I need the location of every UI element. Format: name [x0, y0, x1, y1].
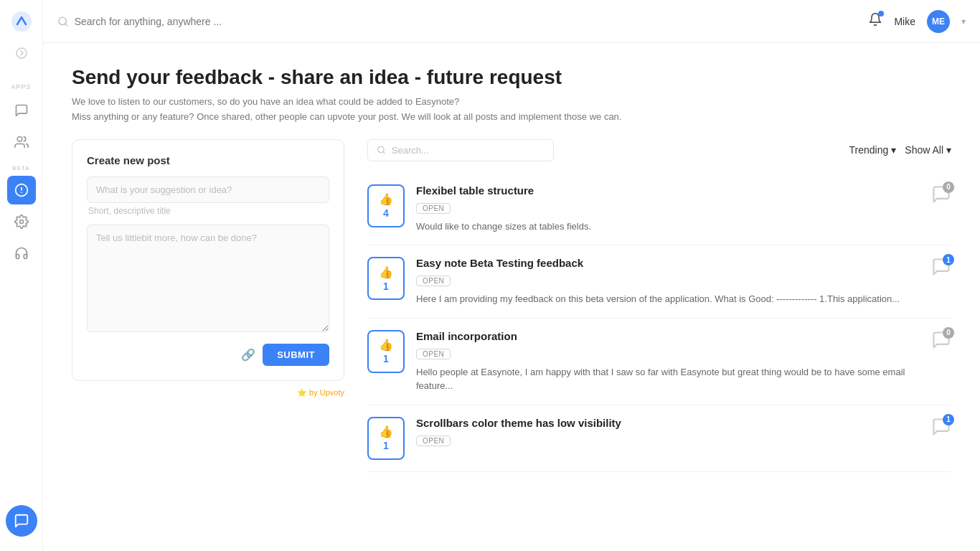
post-title: Scrollbars color theme has low visibilit… — [416, 417, 920, 429]
post-title: Flexibel table structure — [416, 184, 920, 197]
thumbs-up-icon: 👍 — [379, 265, 393, 279]
star-icon: ⭐ — [297, 388, 307, 397]
chat-support-bubble[interactable] — [6, 505, 37, 537]
create-post-panel: Create new post Short, descriptive title… — [72, 139, 344, 528]
vote-box[interactable]: 👍 4 — [367, 184, 405, 227]
svg-point-2 — [17, 137, 22, 142]
post-text: Hello people at Easynote, I am happy wit… — [416, 365, 920, 393]
page-subtitle-1: We love to listen to our customers, so d… — [72, 95, 951, 110]
vote-box[interactable]: 👍 1 — [367, 417, 405, 460]
status-badge: OPEN — [416, 435, 451, 446]
page-subtitle-2: Miss anything or any feature? Once share… — [72, 110, 951, 125]
suggestion-input[interactable] — [87, 176, 329, 203]
post-content: Scrollbars color theme has low visibilit… — [416, 417, 920, 452]
notification-badge — [878, 11, 884, 17]
post-item: 👍 4 Flexibel table structure OPEN Would … — [367, 173, 951, 246]
trending-button[interactable]: Trending ▾ — [849, 144, 897, 156]
sidebar: APPS BETA — [0, 0, 43, 551]
search-icon — [57, 16, 69, 27]
comment-count: 0 — [943, 327, 954, 339]
svg-line-8 — [65, 24, 67, 26]
notification-bell[interactable] — [868, 12, 882, 30]
comment-count: 0 — [943, 182, 954, 193]
posts-list: Trending ▾ Show All ▾ 👍 4 Flexibel table… — [367, 139, 951, 528]
beta-label: BETA — [12, 165, 29, 171]
thumbs-up-icon: 👍 — [379, 425, 393, 438]
show-all-button[interactable]: Show All ▾ — [905, 144, 951, 156]
vote-count: 1 — [383, 281, 389, 292]
sidebar-toggle[interactable] — [11, 43, 32, 63]
sidebar-icon-support[interactable] — [7, 239, 36, 268]
posts-toolbar: Trending ▾ Show All ▾ — [367, 139, 951, 161]
chevron-down-icon[interactable]: ▾ — [961, 17, 966, 27]
page-title: Send your feedback - share an idea - fut… — [72, 66, 951, 89]
main-content: Mike ME ▾ Send your feedback - share an … — [43, 0, 980, 551]
post-content: Flexibel table structure OPEN Would like… — [416, 184, 920, 234]
chevron-down-icon: ▾ — [946, 144, 951, 156]
title-hint: Short, descriptive title — [87, 206, 329, 216]
vote-count: 1 — [383, 353, 389, 364]
comment-badge[interactable]: 0 — [931, 330, 951, 350]
sidebar-icon-chat[interactable] — [7, 96, 36, 125]
toolbar-right: Trending ▾ Show All ▾ — [849, 144, 951, 156]
user-name: Mike — [894, 16, 915, 27]
logo — [9, 9, 34, 34]
posts-search-icon — [377, 145, 386, 155]
posts-container: 👍 4 Flexibel table structure OPEN Would … — [367, 173, 951, 472]
thumbs-up-icon: 👍 — [379, 338, 393, 352]
comment-badge[interactable]: 0 — [931, 184, 951, 204]
form-actions: 🔗 SUBMIT — [87, 344, 329, 366]
thumbs-up-icon: 👍 — [379, 192, 393, 206]
sidebar-icon-settings[interactable] — [7, 207, 36, 236]
topbar-right: Mike ME ▾ — [868, 10, 966, 33]
two-column-layout: Create new post Short, descriptive title… — [72, 139, 951, 528]
powered-by: ⭐ by Upvoty — [72, 388, 344, 397]
status-badge: OPEN — [416, 349, 451, 359]
attach-icon[interactable]: 🔗 — [241, 348, 255, 362]
topbar: Mike ME ▾ — [43, 0, 980, 43]
posts-search-input[interactable] — [392, 145, 545, 156]
apps-label: APPS — [11, 83, 31, 90]
post-title: Easy note Beta Testing feedback — [416, 257, 920, 269]
details-textarea[interactable] — [87, 225, 329, 332]
post-item: 👍 1 Easy note Beta Testing feedback OPEN… — [367, 245, 951, 319]
comment-count: 1 — [943, 414, 954, 425]
vote-count: 1 — [383, 440, 389, 451]
post-item: 👍 1 Email incorporation OPEN Hello peopl… — [367, 319, 951, 405]
status-badge: OPEN — [416, 276, 451, 286]
comment-badge[interactable]: 1 — [931, 257, 951, 277]
create-post-card: Create new post Short, descriptive title… — [72, 139, 344, 381]
submit-button[interactable]: SUBMIT — [263, 344, 329, 366]
post-text: Here I am providing my feedback on this … — [416, 292, 920, 306]
svg-point-6 — [19, 220, 23, 224]
post-item: 👍 1 Scrollbars color theme has low visib… — [367, 405, 951, 472]
post-text: Would like to change sizes at tables fie… — [416, 220, 920, 234]
post-title: Email incorporation — [416, 330, 920, 342]
avatar[interactable]: ME — [927, 10, 950, 33]
status-badge: OPEN — [416, 203, 451, 214]
svg-point-0 — [11, 11, 32, 32]
vote-count: 4 — [383, 207, 389, 219]
vote-box[interactable]: 👍 1 — [367, 257, 405, 300]
search-input[interactable] — [75, 16, 860, 27]
chevron-down-icon: ▾ — [891, 144, 896, 156]
sidebar-icon-feedback[interactable] — [7, 176, 36, 204]
content-area: Send your feedback - share an idea - fut… — [43, 43, 980, 551]
search-wrapper — [57, 16, 859, 27]
posts-search-wrapper — [367, 139, 554, 161]
create-post-title: Create new post — [87, 154, 329, 166]
comment-badge[interactable]: 1 — [931, 417, 951, 437]
sidebar-icon-users[interactable] — [7, 128, 36, 156]
post-content: Email incorporation OPEN Hello people at… — [416, 330, 920, 393]
svg-line-10 — [383, 152, 385, 154]
vote-box[interactable]: 👍 1 — [367, 330, 405, 373]
post-content: Easy note Beta Testing feedback OPEN Her… — [416, 257, 920, 306]
svg-point-1 — [17, 48, 27, 58]
comment-count: 1 — [943, 254, 954, 265]
page-header: Send your feedback - share an idea - fut… — [72, 66, 951, 125]
